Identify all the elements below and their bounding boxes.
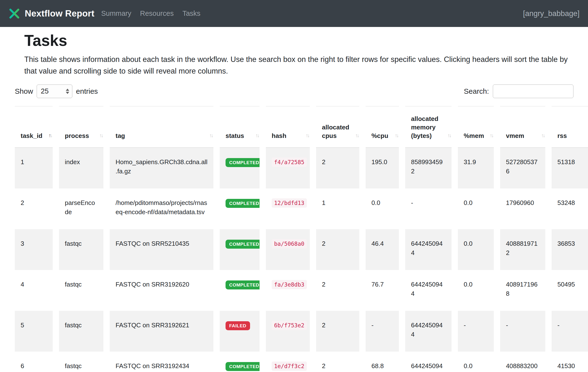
- cell-allocated-cpus: 2: [316, 229, 359, 270]
- column-header-label: task_id: [21, 132, 42, 140]
- cell-allocated-cpus: 2: [316, 270, 359, 311]
- cell-vmem: 4088832000: [500, 351, 545, 372]
- cell-process: fastqc: [59, 270, 104, 311]
- cell-rss: 36853: [552, 229, 588, 270]
- cell-pcpu: 0.0: [366, 188, 399, 229]
- nav-item-tasks[interactable]: Tasks: [182, 10, 200, 18]
- cell-tag: FASTQC on SRR3192434: [110, 351, 213, 372]
- cell-task-id: 1: [15, 148, 53, 188]
- cell-tag: Homo_sapiens.GRCh38.cdna.all.fa.gz: [110, 148, 213, 188]
- hash-code: fa/3e8db3: [272, 280, 307, 289]
- cell-status: FAILED: [220, 311, 260, 351]
- search-control: Search:: [464, 85, 573, 98]
- cell-allocated-cpus: 2: [316, 311, 359, 351]
- column-header-pmem[interactable]: %mem ↑↓: [458, 106, 494, 148]
- sort-icon: ↑↓: [355, 131, 358, 140]
- cell-vmem: 5272805376: [500, 148, 545, 188]
- status-badge: COMPLETED: [226, 158, 260, 167]
- cell-pmem: 0.0: [458, 229, 494, 270]
- run-name: [angry_babbage]: [523, 9, 579, 18]
- cell-task-id: 4: [15, 270, 53, 311]
- nav-item-summary[interactable]: Summary: [101, 10, 131, 18]
- cell-hash: 12/bdfd13: [266, 188, 310, 229]
- select-spinner-icon: [66, 89, 69, 94]
- column-header-pcpu[interactable]: %cpu ↑↓: [366, 106, 399, 148]
- cell-hash: fa/3e8db3: [266, 270, 310, 311]
- cell-pmem: 0.0: [458, 351, 494, 372]
- column-header-rss[interactable]: rss ↑↓: [552, 106, 588, 148]
- column-header-label: %mem: [464, 132, 484, 140]
- column-header-label: tag: [116, 132, 125, 140]
- sort-icon: ↑↓: [209, 131, 212, 140]
- column-header-label: process: [65, 132, 89, 140]
- tasks-table: task_id ↑↓ process ↑↓ tag ↑↓ status ↑↓ h…: [15, 106, 573, 372]
- navbar: Nextflow Report Summary Resources Tasks …: [0, 0, 588, 27]
- entries-label: entries: [76, 87, 98, 96]
- status-badge: FAILED: [226, 321, 250, 330]
- main-content: Tasks This table shows information about…: [0, 27, 588, 372]
- cell-allocated-cpus: 1: [316, 188, 359, 229]
- column-header-label: hash: [272, 132, 286, 140]
- column-header-label: %cpu: [371, 132, 388, 140]
- column-header-tag[interactable]: tag ↑↓: [110, 106, 213, 148]
- sort-icon: ↑↓: [395, 131, 398, 140]
- cell-allocated-memory: 6442450944: [405, 229, 452, 270]
- cell-pcpu: 195.0: [366, 148, 399, 188]
- cell-rss: -: [552, 311, 588, 351]
- column-header-process[interactable]: process ↑↓: [59, 106, 104, 148]
- page-title: Tasks: [24, 32, 573, 50]
- page-length-control: Show 25 entries: [15, 85, 98, 98]
- column-header-task-id[interactable]: task_id ↑↓: [15, 106, 53, 148]
- nav-links: Summary Resources Tasks: [101, 10, 200, 18]
- cell-pmem: -: [458, 311, 494, 351]
- hash-code: ba/5068a0: [272, 239, 307, 248]
- status-badge: COMPLETED: [226, 240, 260, 249]
- column-header-allocated-cpus[interactable]: allocated cpus ↑↓: [316, 106, 359, 148]
- column-header-label: vmem: [506, 132, 524, 140]
- search-label: Search:: [464, 87, 489, 96]
- cell-hash: 1e/d7f3c2: [266, 351, 310, 372]
- cell-hash: 6b/f753e2: [266, 311, 310, 351]
- entries-select[interactable]: 25: [37, 85, 72, 98]
- cell-status: COMPLETED: [220, 270, 260, 311]
- nav-item-resources[interactable]: Resources: [140, 10, 174, 18]
- hash-code: 12/bdfd13: [272, 198, 307, 208]
- column-header-status[interactable]: status ↑↓: [220, 106, 260, 148]
- cell-tag: FASTQC on SRR5210435: [110, 229, 213, 270]
- cell-pcpu: 68.8: [366, 351, 399, 372]
- sort-icon: ↑↓: [306, 131, 309, 140]
- cell-rss: 50495: [552, 270, 588, 311]
- cell-task-id: 2: [15, 188, 53, 229]
- cell-pmem: 0.0: [458, 270, 494, 311]
- cell-pmem: 31.9: [458, 148, 494, 188]
- cell-status: COMPLETED: [220, 229, 260, 270]
- cell-vmem: -: [500, 311, 545, 351]
- cell-rss: 41530: [552, 351, 588, 372]
- sort-icon: ↑↓: [49, 131, 52, 140]
- search-input[interactable]: [493, 85, 573, 98]
- cell-allocated-memory: 6442450944: [405, 270, 452, 311]
- cell-process: fastqc: [59, 311, 104, 351]
- column-header-hash[interactable]: hash ↑↓: [266, 106, 310, 148]
- column-header-vmem[interactable]: vmem ↑↓: [500, 106, 545, 148]
- cell-hash: ba/5068a0: [266, 229, 310, 270]
- column-header-label: allocated memory (bytes): [411, 115, 446, 140]
- cell-tag: FASTQC on SRR3192620: [110, 270, 213, 311]
- sort-icon: ↑↓: [447, 131, 451, 140]
- cell-vmem: 4089171968: [500, 270, 545, 311]
- hash-code: 1e/d7f3c2: [272, 361, 307, 371]
- cell-allocated-memory: 6442450944: [405, 351, 452, 372]
- hash-code: 6b/f753e2: [272, 321, 307, 330]
- column-header-allocated-memory[interactable]: allocated memory (bytes) ↑↓: [405, 106, 452, 148]
- page-description: This table shows information about each …: [24, 54, 568, 77]
- cell-process: fastqc: [59, 229, 104, 270]
- cell-status: COMPLETED: [220, 148, 260, 188]
- sort-icon: ↑↓: [255, 131, 259, 140]
- cell-task-id: 5: [15, 311, 53, 351]
- column-header-label: rss: [557, 132, 567, 140]
- cell-tag: FASTQC on SRR3192621: [110, 311, 213, 351]
- column-header-label: status: [226, 132, 244, 140]
- cell-pcpu: 76.7: [366, 270, 399, 311]
- brand-link[interactable]: Nextflow Report: [8, 8, 94, 20]
- hash-code: f4/a72585: [272, 158, 307, 167]
